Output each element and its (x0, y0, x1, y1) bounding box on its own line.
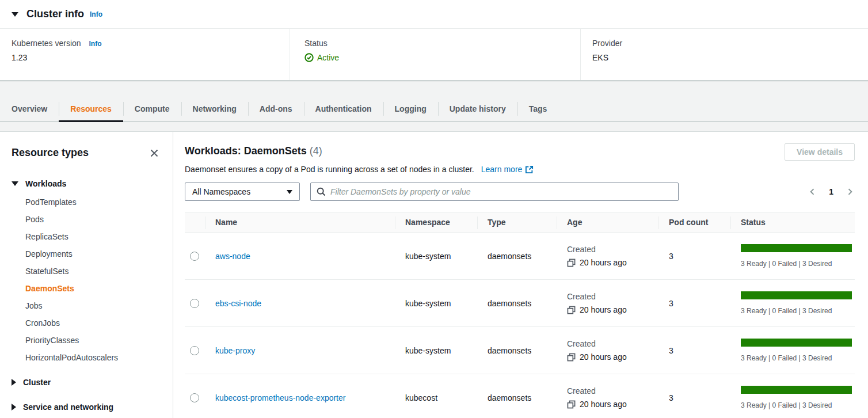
tab-logging[interactable]: Logging (383, 97, 438, 121)
tree-group-label: Workloads (25, 179, 66, 188)
tab-label: Add-ons (260, 104, 292, 113)
tree-item-label: ReplicaSets (25, 232, 68, 241)
next-page-icon[interactable] (845, 187, 855, 197)
sidebar-item-pods[interactable]: Pods (12, 211, 159, 228)
table-row: aws-node kube-system daemonsets Created … (185, 233, 855, 280)
namespace-cell: kubecost (395, 393, 477, 402)
status-field: Status Active (290, 29, 580, 80)
check-circle-icon (304, 53, 314, 62)
tab-compute[interactable]: Compute (123, 97, 181, 121)
sidebar-item-replicasets[interactable]: ReplicaSets (12, 228, 159, 245)
copy-icon[interactable] (567, 400, 576, 409)
daemonset-name-link[interactable]: kubecost-prometheus-node-exporter (215, 393, 345, 402)
close-icon[interactable] (150, 149, 159, 158)
tab-networking[interactable]: Networking (181, 97, 248, 121)
tree-group-service-networking[interactable]: Service and networking (12, 398, 159, 416)
tree-item-label: StatefulSets (25, 267, 69, 276)
copy-icon[interactable] (567, 306, 576, 314)
column-header-status: Status (730, 212, 854, 232)
copy-icon[interactable] (567, 259, 576, 267)
tree-group-workloads[interactable]: Workloads (12, 175, 159, 192)
previous-page-icon[interactable] (808, 187, 817, 197)
status-text: 3 Ready | 0 Failed | 3 Desired (741, 260, 854, 268)
status-progress-bar (741, 291, 852, 299)
provider-value: EKS (592, 53, 868, 62)
tab-label: Update history (450, 104, 506, 113)
row-radio-button[interactable] (190, 393, 199, 402)
page-number[interactable]: 1 (829, 187, 833, 196)
kubernetes-version-field: Kubernetes version Info 1.23 (0, 29, 290, 80)
cluster-info-fields: Kubernetes version Info 1.23 Status Acti… (0, 29, 868, 80)
type-cell: daemonsets (477, 299, 557, 308)
tab-tags[interactable]: Tags (517, 97, 559, 121)
cluster-info-card: Cluster info Info Kubernetes version Inf… (0, 0, 868, 81)
tree-item-label: DaemonSets (25, 284, 74, 293)
resource-types-sidebar: Resource types Workloads PodTemplates Po… (0, 132, 173, 418)
sidebar-item-priorityclasses[interactable]: PriorityClasses (12, 332, 159, 349)
sidebar-item-statefulsets[interactable]: StatefulSets (12, 263, 159, 280)
sidebar-item-daemonsets[interactable]: DaemonSets (12, 280, 159, 297)
namespace-cell: kube-system (395, 252, 477, 261)
table-body: aws-node kube-system daemonsets Created … (185, 233, 855, 418)
tab-add-ons[interactable]: Add-ons (248, 97, 304, 121)
pagination: 1 (808, 187, 855, 197)
selection-column-header (185, 212, 205, 232)
status-cell: 3 Ready | 0 Failed | 3 Desired (730, 386, 854, 409)
age-cell: Created 20 hours ago (557, 292, 658, 314)
table-header: Name Namespace Type Age Pod count Status (185, 212, 855, 233)
tab-overview[interactable]: Overview (12, 97, 59, 121)
row-radio-button[interactable] (190, 299, 199, 308)
tab-resources[interactable]: Resources (59, 97, 123, 121)
content-title-text: Workloads: DaemonSets (185, 145, 307, 157)
type-cell: daemonsets (477, 393, 557, 402)
status-label: Status (304, 39, 580, 48)
content-description: Daemonset ensures a copy of a Pod is run… (185, 165, 474, 174)
search-input[interactable] (330, 187, 672, 196)
table-row: kubecost-prometheus-node-exporter kubeco… (185, 374, 855, 418)
pod-count-cell: 3 (658, 299, 730, 308)
kubernetes-version-info-link[interactable]: Info (89, 40, 102, 48)
column-header-age: Age (557, 212, 658, 232)
daemonset-name-link[interactable]: ebs-csi-node (215, 299, 261, 308)
sidebar-item-cronjobs[interactable]: CronJobs (12, 314, 159, 332)
collapse-triangle-icon[interactable] (12, 12, 18, 17)
status-cell: 3 Ready | 0 Failed | 3 Desired (730, 291, 854, 315)
tab-authentication[interactable]: Authentication (304, 97, 383, 121)
age-value-text: 20 hours ago (580, 305, 627, 314)
tree-group-label: Service and networking (23, 402, 113, 412)
tabs-band: Overview Resources Compute Networking Ad… (0, 81, 868, 121)
kubernetes-version-label: Kubernetes version (12, 39, 81, 48)
copy-icon[interactable] (567, 353, 576, 362)
sidebar-title: Resource types (12, 147, 89, 159)
sidebar-item-deployments[interactable]: Deployments (12, 245, 159, 263)
age-created-label: Created (567, 339, 658, 348)
status-progress-bar (741, 386, 852, 394)
sidebar-item-jobs[interactable]: Jobs (12, 297, 159, 314)
sidebar-item-podtemplates[interactable]: PodTemplates (12, 193, 159, 211)
table-row: ebs-csi-node kube-system daemonsets Crea… (185, 280, 855, 327)
daemonset-name-link[interactable]: kube-proxy (215, 346, 255, 355)
status-text: 3 Ready | 0 Failed | 3 Desired (741, 401, 854, 409)
status-cell: 3 Ready | 0 Failed | 3 Desired (730, 244, 854, 268)
tree-group-cluster[interactable]: Cluster (12, 374, 159, 391)
content-count: (4) (310, 145, 322, 157)
row-radio-button[interactable] (190, 346, 199, 355)
tab-update-history[interactable]: Update history (438, 97, 517, 121)
learn-more-link[interactable]: Learn more (481, 165, 534, 174)
daemonset-name-link[interactable]: aws-node (215, 252, 250, 261)
age-cell: Created 20 hours ago (557, 386, 658, 409)
column-header-name: Name (205, 212, 395, 232)
tree-item-label: Deployments (25, 249, 73, 259)
row-radio-button[interactable] (190, 252, 199, 261)
sidebar-item-horizontalpodautoscalers[interactable]: HorizontalPodAutoscalers (12, 349, 159, 366)
namespace-cell: kube-system (395, 346, 477, 355)
namespace-dropdown-value: All Namespaces (192, 187, 250, 196)
main-panel: Resource types Workloads PodTemplates Po… (0, 131, 868, 418)
cluster-info-info-link[interactable]: Info (90, 10, 102, 18)
age-value-text: 20 hours ago (580, 400, 627, 409)
namespace-dropdown[interactable]: All Namespaces (185, 183, 300, 201)
age-created-label: Created (567, 245, 658, 254)
view-details-button[interactable]: View details (785, 143, 855, 161)
status-text: 3 Ready | 0 Failed | 3 Desired (741, 354, 854, 362)
tab-label: Logging (395, 104, 427, 113)
